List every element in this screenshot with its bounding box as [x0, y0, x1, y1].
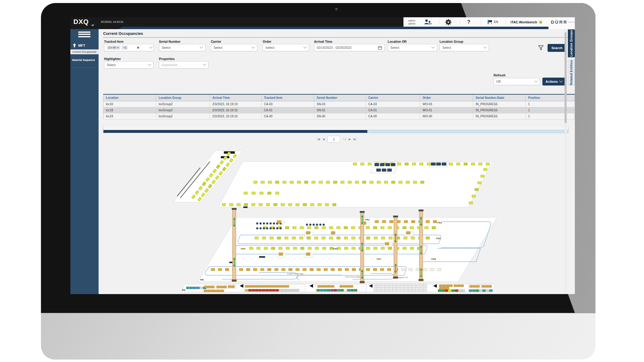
filter-chip-more[interactable]: +2	[122, 45, 128, 50]
app-logo[interactable]: DXQ	[73, 18, 89, 26]
conveyor-box	[306, 253, 310, 256]
help-button[interactable]: ?	[467, 17, 470, 27]
order-select[interactable]: Select	[263, 44, 309, 51]
clear-icon[interactable]: ✕	[137, 46, 142, 50]
conveyor-box	[478, 182, 481, 184]
carrier-select[interactable]: Select	[211, 44, 257, 51]
plant-label-bar	[243, 206, 248, 208]
table-cell: 2/3/2023, 16:19:16	[210, 107, 261, 113]
location-group-select[interactable]: Select	[440, 44, 489, 51]
calendar-icon[interactable]	[378, 46, 382, 50]
conveyor-box	[380, 163, 384, 166]
storage-slot	[393, 284, 396, 286]
table-row[interactable]: loc18locGroup22/3/2023, 16:19:16CA-01SN-…	[103, 107, 575, 113]
flag-icon	[487, 19, 493, 25]
conveyor-box	[438, 290, 441, 292]
conveyor-box	[340, 285, 343, 287]
conveyor-box	[261, 181, 265, 183]
conveyor-box	[252, 289, 255, 291]
table-row[interactable]: loc16locGroup22/3/2023, 16:19:19CA-03SN-…	[103, 101, 575, 107]
horizontal-scrollbar-thumb[interactable]	[103, 130, 367, 133]
filter-label-order: Order	[263, 40, 271, 43]
conveyor-box	[274, 203, 277, 206]
filter-label-serial-number: Serial Number	[159, 40, 180, 43]
diagram-label: Cockpit Vormontage	[287, 273, 304, 275]
location-or-select[interactable]: Select	[388, 44, 437, 51]
conveyor-box	[385, 243, 389, 245]
table-cell: locGroup2	[156, 107, 210, 113]
refresh-select[interactable]: Off	[494, 78, 540, 85]
occupancies-table: LocationLocation GroupArrival TimeTracke…	[103, 94, 575, 119]
column-header[interactable]: Serial Number.State	[473, 94, 526, 101]
tab-location-groups[interactable]: Location Groups	[568, 29, 575, 57]
vertical-scrollbar[interactable]	[565, 29, 567, 294]
next-page-button[interactable]: ▶	[349, 138, 351, 141]
sidebar-module[interactable]: MFT	[73, 43, 85, 47]
highlighter-select[interactable]: Select	[104, 61, 153, 69]
conveyor-box	[382, 169, 386, 172]
column-header[interactable]: Carrier	[366, 94, 420, 101]
conveyor-box	[270, 237, 273, 239]
table-row[interactable]: loc19locGroup22/3/2023, 16:19:15CA-00SN-…	[103, 113, 575, 119]
storage-slot	[408, 288, 411, 290]
arrival-time-input[interactable]: 02/19/2023 - 02/25/2023	[314, 44, 385, 51]
storage-slot	[412, 286, 415, 288]
diagram-label: FA7	[377, 258, 381, 260]
serial-number-select[interactable]: Select	[159, 44, 205, 51]
user-menu-button[interactable]	[423, 17, 432, 27]
table-cell: loc18	[103, 107, 156, 113]
language-selector[interactable]: EN	[487, 17, 498, 27]
filter-chip[interactable]: CA-00 ✕	[107, 45, 120, 50]
conveyor-box	[190, 287, 193, 289]
conveyor-box	[389, 237, 392, 239]
column-header[interactable]: Location	[103, 94, 156, 101]
column-header[interactable]: Serial Number	[314, 94, 366, 101]
sidebar-item-current-occupancies[interactable]: Current Occupancies	[70, 49, 99, 54]
table-header: LocationLocation GroupArrival TimeTracke…	[103, 94, 575, 101]
table-cell: WO-01	[420, 107, 473, 113]
storage-slot	[378, 286, 381, 288]
filter-funnel-button[interactable]	[538, 45, 544, 51]
last-page-button[interactable]: ▶|	[353, 138, 356, 141]
conveyor-box	[366, 237, 370, 239]
actions-button[interactable]: Actions	[542, 78, 565, 85]
vertical-scrollbar-thumb[interactable]	[565, 32, 567, 123]
buffer-dot	[260, 227, 261, 229]
conveyor-box	[464, 163, 467, 165]
prev-page-button[interactable]: ◀	[323, 138, 325, 141]
menu-toggle-button[interactable]	[78, 30, 90, 38]
conveyor-box	[405, 163, 408, 165]
search-button[interactable]: Search	[548, 44, 566, 52]
conveyor-box	[331, 268, 335, 271]
column-header[interactable]: Tracked Item	[261, 94, 314, 101]
conveyor-box	[325, 203, 329, 206]
properties-select[interactable]: Expression ...	[159, 61, 208, 69]
tracked-item-select[interactable]: CA-00 ✕ +2 ✕	[104, 44, 153, 51]
column-header[interactable]: Order	[420, 94, 473, 101]
diagram-label: FA2	[365, 218, 370, 221]
horizontal-scrollbar[interactable]	[103, 130, 568, 133]
tab-related-entities[interactable]: Related Entities	[568, 60, 575, 85]
conveyor-box	[442, 163, 446, 166]
sidebar-item-material-sequence[interactable]: Material Sequence	[70, 58, 99, 62]
buffer-dot	[263, 227, 265, 229]
conveyor-box	[479, 290, 482, 292]
conveyor-box	[423, 268, 427, 271]
column-header[interactable]: Position	[526, 94, 575, 101]
monitor-camera	[335, 8, 338, 11]
conveyor-box	[268, 268, 271, 271]
table-cell: 1	[526, 113, 575, 119]
chip-remove-icon[interactable]: ✕	[117, 46, 119, 49]
column-header[interactable]: Carrier.State	[575, 94, 575, 101]
storage-slot	[393, 290, 396, 292]
conveyor-box	[288, 203, 292, 206]
conveyor-box	[445, 290, 448, 292]
column-header[interactable]: Location Group	[156, 94, 210, 101]
page-number-input[interactable]	[327, 136, 340, 142]
first-page-button[interactable]: |◀	[317, 138, 320, 141]
settings-button[interactable]	[445, 17, 452, 27]
storage-slot	[397, 286, 400, 288]
filter-label-location-group: Location Group	[440, 40, 463, 43]
table-cell: SN-00	[314, 113, 366, 119]
column-header[interactable]: Arrival Time	[210, 94, 261, 101]
